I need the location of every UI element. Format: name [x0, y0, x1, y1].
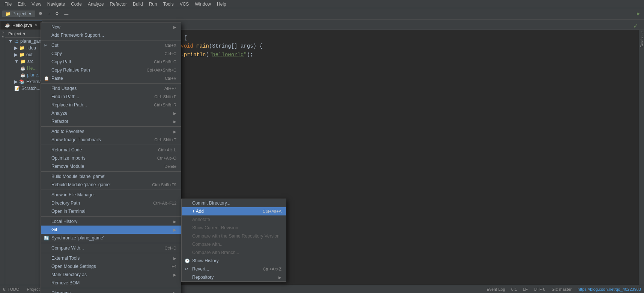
- ctx-sep-9: [41, 253, 181, 253]
- ctx-label: Annotate: [192, 217, 210, 222]
- git-repository[interactable]: Repository ▶: [182, 273, 286, 281]
- ctx-label: Show in File Manager: [51, 192, 95, 197]
- ctx-shortcut: Ctrl+X: [165, 43, 176, 48]
- ctx-analyze[interactable]: Analyze ▶: [41, 109, 181, 117]
- ctx-local-history[interactable]: Local History ▶: [41, 217, 181, 226]
- tree-label: .idea: [26, 45, 36, 51]
- lib-icon: 📚: [19, 79, 25, 84]
- ctx-copy-path[interactable]: Copy Path Ctrl+Shift+C: [41, 58, 181, 66]
- event-log-link[interactable]: Event Log: [487, 287, 506, 292]
- ctx-sep-7: [41, 216, 181, 217]
- settings-btn[interactable]: ⚙: [37, 10, 44, 17]
- code-line-2: public static void main(String[] args) {: [124, 42, 633, 50]
- menu-file[interactable]: File: [2, 1, 15, 7]
- ctx-shortcut: Ctrl+Alt+O: [157, 156, 176, 160]
- ctx-directory-path[interactable]: Directory Path Ctrl+Alt+F12: [41, 199, 181, 207]
- menu-navigate[interactable]: Navigate: [44, 1, 68, 7]
- paste-icon: 📋: [44, 76, 49, 81]
- ctx-reformat[interactable]: Reformat Code Ctrl+Alt+L: [41, 146, 181, 154]
- menu-vcs[interactable]: VCS: [177, 1, 192, 7]
- ctx-git[interactable]: Git ▶: [41, 226, 181, 234]
- ctx-label: Open Module Settings: [51, 264, 96, 269]
- ctx-shortcut: Ctrl+Alt+F12: [153, 201, 176, 205]
- ctx-refactor[interactable]: Refactor ▶: [41, 117, 181, 126]
- git-commit-directory[interactable]: Commit Directory...: [182, 199, 286, 207]
- right-panel: Database: [639, 30, 644, 285]
- submenu-arrow-icon: ▶: [173, 256, 176, 260]
- menu-tools[interactable]: Tools: [160, 1, 177, 7]
- ctx-add-framework[interactable]: Add Framework Support...: [41, 31, 181, 39]
- ctx-label: New: [51, 24, 60, 30]
- ctx-mark-directory[interactable]: Mark Directory as ▶: [41, 271, 181, 279]
- ctx-shortcut: F4: [172, 264, 176, 269]
- ctx-compare-with[interactable]: Compare With... Ctrl+D: [41, 244, 181, 252]
- run-config-btn[interactable]: ▶: [635, 10, 642, 17]
- ctx-show-file-manager[interactable]: Show in File Manager: [41, 191, 181, 199]
- expand-icon: ▼: [8, 39, 13, 44]
- divide-btn[interactable]: ÷: [46, 11, 52, 17]
- expand-icon: ▶: [14, 45, 18, 51]
- ctx-external-tools[interactable]: External Tools ▶: [41, 254, 181, 262]
- tab-close-icon[interactable]: ✕: [35, 23, 38, 27]
- menu-run[interactable]: Run: [146, 1, 160, 7]
- structure-icon[interactable]: S: [0, 31, 5, 33]
- ctx-diagrams[interactable]: Diagrams ▶: [41, 289, 181, 293]
- todo-badge[interactable]: 6: TODO: [3, 287, 20, 292]
- ctx-find-in-path[interactable]: Find in Path... Ctrl+Shift+F: [41, 93, 181, 101]
- csdn-link[interactable]: https://blog.csdn.net/qq_40223983: [578, 287, 641, 292]
- ctx-replace-in-path[interactable]: Replace in Path... Ctrl+Shift+R: [41, 101, 181, 109]
- ctx-label: Reformat Code: [51, 147, 82, 152]
- minimize-btn[interactable]: —: [62, 11, 70, 17]
- project-icon: 🗂: [14, 39, 19, 44]
- ctx-shortcut: Ctrl+Shift+C: [154, 60, 176, 64]
- menubar: File Edit View Navigate Code Analyze Ref…: [0, 0, 644, 8]
- menu-code[interactable]: Code: [68, 1, 85, 7]
- ctx-sep-8: [41, 243, 181, 243]
- menu-build[interactable]: Build: [130, 1, 146, 7]
- menu-help[interactable]: Help: [214, 1, 229, 7]
- ctx-label: Remove BOM: [51, 280, 80, 286]
- ctx-label: Copy Relative Path: [51, 67, 90, 73]
- ctx-module-settings[interactable]: Open Module Settings F4: [41, 262, 181, 271]
- ctx-paste[interactable]: 📋 Paste Ctrl+V: [41, 74, 181, 82]
- ctx-remove-module[interactable]: Remove Module Delete: [41, 162, 181, 170]
- ctx-show-thumbnails[interactable]: Show Image Thumbnails Ctrl+Shift+T: [41, 136, 181, 144]
- expand-icon: ▼: [14, 59, 19, 64]
- favorites-icon[interactable]: ★: [0, 35, 5, 38]
- menu-edit[interactable]: Edit: [15, 1, 29, 7]
- revert-icon: ↩: [185, 267, 188, 272]
- ctx-shortcut: Delete: [164, 164, 176, 169]
- submenu-arrow-icon: ▶: [173, 111, 176, 115]
- ctx-label: Show History: [192, 258, 219, 263]
- tab-hello-java[interactable]: ☕ Hello.java ✕: [0, 21, 42, 30]
- ctx-copy-relative-path[interactable]: Copy Relative Path Ctrl+Alt+Shift+C: [41, 66, 181, 74]
- git-branch[interactable]: Git: master: [551, 287, 572, 292]
- ctx-build-module[interactable]: Build Module 'plane_game': [41, 172, 181, 181]
- git-add[interactable]: + Add Ctrl+Alt+A: [182, 207, 286, 215]
- ctx-synchronize[interactable]: 🔄 Synchronize 'plane_game': [41, 234, 181, 242]
- project-tree-label: Project ▼: [8, 31, 26, 36]
- ctx-label: Replace in Path...: [51, 102, 87, 108]
- ctx-copy[interactable]: Copy Ctrl+C: [41, 49, 181, 58]
- ctx-find-usages[interactable]: Find Usages Alt+F7: [41, 84, 181, 93]
- menu-window[interactable]: Window: [192, 1, 214, 7]
- menu-view[interactable]: View: [29, 1, 44, 7]
- ctx-label: Open in Terminal: [51, 209, 86, 214]
- git-show-history[interactable]: 🕐 Show History: [182, 257, 286, 265]
- menu-refactor[interactable]: Refactor: [107, 1, 130, 7]
- ctx-cut[interactable]: ✂ Cut Ctrl+X: [41, 41, 181, 49]
- ctx-rebuild-module[interactable]: Rebuild Module 'plane_game' Ctrl+Shift+F…: [41, 181, 181, 189]
- project-dropdown[interactable]: 📁 Project ▼: [2, 10, 35, 17]
- ctx-open-terminal[interactable]: Open in Terminal: [41, 207, 181, 215]
- ctx-optimize-imports[interactable]: Optimize Imports Ctrl+Alt+O: [41, 154, 181, 162]
- git-revert[interactable]: ↩ Revert... Ctrl+Alt+Z: [182, 265, 286, 273]
- menu-analyze[interactable]: Analyze: [85, 1, 107, 7]
- config-btn[interactable]: ⚙: [53, 10, 61, 17]
- ctx-remove-bom[interactable]: Remove BOM: [41, 279, 181, 287]
- ctx-new[interactable]: New ▶: [41, 23, 181, 31]
- database-tab[interactable]: Database: [639, 30, 644, 49]
- ctx-label: Repository: [192, 275, 214, 280]
- git-compare-branch: Compare with Branch...: [182, 248, 286, 257]
- ctx-add-favorites[interactable]: Add to Favorites ▶: [41, 127, 181, 136]
- java-icon: ☕: [20, 66, 26, 71]
